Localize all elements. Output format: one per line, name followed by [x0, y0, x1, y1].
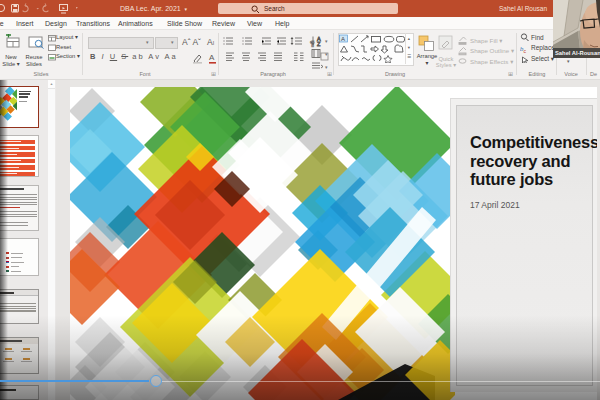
svg-text:A: A: [341, 36, 345, 42]
svg-text:A: A: [209, 53, 215, 62]
svg-text:▾: ▾: [325, 51, 328, 57]
svg-text:c: c: [524, 48, 527, 54]
svg-text:▾: ▾: [325, 38, 328, 44]
